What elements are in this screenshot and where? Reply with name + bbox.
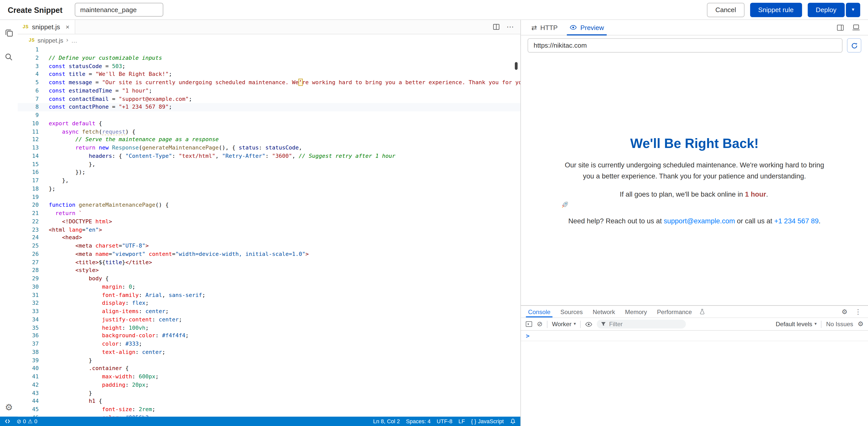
code-line-9[interactable]: 9 xyxy=(18,111,520,119)
code-line-39[interactable]: 39 } xyxy=(18,357,520,365)
line-number: 10 xyxy=(18,119,39,127)
code-line-26[interactable]: 26 <meta name="viewport" content="width=… xyxy=(18,250,520,258)
console-sidebar-icon[interactable] xyxy=(525,321,533,327)
more-actions-icon[interactable]: ⋯ xyxy=(506,23,514,31)
code-line-44[interactable]: 44 h1 { xyxy=(18,397,520,405)
devtools-tab-network[interactable]: Network xyxy=(588,306,620,317)
code-line-18[interactable]: 18}; xyxy=(18,185,520,193)
line-number: 16 xyxy=(18,169,39,177)
code-line-45[interactable]: 45 font-size: 2rem; xyxy=(18,405,520,414)
code-line-40[interactable]: 40 .container { xyxy=(18,365,520,373)
panel-layout-icon[interactable] xyxy=(837,24,844,31)
clear-console-icon[interactable]: ⊘ xyxy=(537,320,542,328)
devtools-settings-icon[interactable]: ⚙ xyxy=(842,308,847,316)
code-line-17[interactable]: 17 }, xyxy=(18,177,520,185)
devtools-tab-memory[interactable]: Memory xyxy=(620,306,652,317)
code-line-22[interactable]: 22 <!DOCTYPE html> xyxy=(18,218,520,226)
search-icon[interactable] xyxy=(4,52,14,62)
live-expression-eye-icon[interactable] xyxy=(585,320,593,328)
devtools-more-icon[interactable]: ⋮ xyxy=(855,308,861,316)
cursor-position[interactable]: Ln 8, Col 2 xyxy=(373,418,400,424)
code-line-3[interactable]: 3const statusCode = 503; xyxy=(18,62,520,70)
line-number: 26 xyxy=(18,250,39,258)
eol-sequence[interactable]: LF xyxy=(459,418,465,424)
snippet-rule-button[interactable]: Snippet rule xyxy=(750,2,802,17)
code-editor[interactable]: 12// Define your customizable inputs3con… xyxy=(18,46,520,417)
notifications-bell-icon[interactable] xyxy=(510,418,516,424)
code-line-27[interactable]: 27 <title>${title}</title> xyxy=(18,258,520,266)
code-line-46[interactable]: 46 color: #0056b3; xyxy=(18,414,520,417)
console-filter-input[interactable]: Filter xyxy=(597,320,686,329)
remote-indicator-icon[interactable] xyxy=(4,418,10,424)
snippets-icon[interactable] xyxy=(4,28,14,38)
maintenance-page: We'll Be Right Back! Our site is current… xyxy=(561,136,828,234)
support-email-link[interactable]: support@example.com xyxy=(664,217,735,225)
settings-gear-icon[interactable]: ⚙ xyxy=(4,402,14,413)
code-line-42[interactable]: 42 padding: 20px; xyxy=(18,381,520,389)
code-line-25[interactable]: 25 <meta charset="UTF-8"> xyxy=(18,242,520,250)
code-line-23[interactable]: 23<html lang="en"> xyxy=(18,226,520,234)
code-line-8[interactable]: 8const contactPhone = "+1 234 567 89"; xyxy=(18,103,520,111)
snippet-name-input[interactable] xyxy=(74,3,163,17)
code-line-24[interactable]: 24 <head> xyxy=(18,234,520,242)
code-line-38[interactable]: 38 text-align: center; xyxy=(18,348,520,357)
cancel-button[interactable]: Cancel xyxy=(707,2,744,17)
issues-counter[interactable]: No Issues xyxy=(826,321,854,327)
log-levels-selector[interactable]: Default levels ▾ xyxy=(776,321,817,327)
indentation[interactable]: Spaces: 4 xyxy=(406,418,431,424)
code-line-33[interactable]: 33 align-items: center; xyxy=(18,308,520,316)
code-line-4[interactable]: 4const title = "We'll Be Right Back!"; xyxy=(18,70,520,79)
code-line-10[interactable]: 10export default { xyxy=(18,119,520,127)
breadcrumb[interactable]: JS snippet.js › … xyxy=(18,34,520,46)
phone-link[interactable]: +1 234 567 89 xyxy=(774,217,818,225)
code-line-1[interactable]: 1 xyxy=(18,46,520,54)
code-line-14[interactable]: 14 headers: { "Content-Type": "text/html… xyxy=(18,152,520,160)
code-line-29[interactable]: 29 body { xyxy=(18,275,520,283)
line-number: 9 xyxy=(18,111,39,119)
tab-preview[interactable]: Preview xyxy=(564,20,610,35)
console-settings-icon[interactable]: ⚙ xyxy=(858,320,864,328)
reload-button[interactable] xyxy=(847,38,861,53)
code-line-6[interactable]: 6const estimatedTime = "1 hour"; xyxy=(18,87,520,95)
devtools-tab-console[interactable]: Console xyxy=(523,306,555,317)
url-input[interactable]: https://nikitac.com xyxy=(527,38,842,53)
problems-indicator[interactable]: ⊘ 0 ⚠ 0 xyxy=(17,418,37,424)
code-line-20[interactable]: 20function generateMaintenancePage() { xyxy=(18,201,520,209)
language-mode[interactable]: { } JavaScript xyxy=(471,418,504,424)
code-line-19[interactable]: 19 xyxy=(18,193,520,201)
js-context-selector[interactable]: Worker ▾ xyxy=(552,321,576,327)
editor-scrollbar-thumb[interactable] xyxy=(515,62,518,70)
console-output[interactable]: > xyxy=(521,331,868,426)
code-line-41[interactable]: 41 max-width: 600px; xyxy=(18,373,520,381)
code-line-15[interactable]: 15 }, xyxy=(18,160,520,168)
code-line-7[interactable]: 7const contactEmail = "support@example.c… xyxy=(18,95,520,103)
tab-http[interactable]: ⇄ HTTP xyxy=(525,20,564,35)
close-tab-icon[interactable]: × xyxy=(65,23,69,31)
code-line-21[interactable]: 21 return ` xyxy=(18,209,520,218)
chevron-down-icon: ▾ xyxy=(852,7,855,12)
code-line-13[interactable]: 13 return new Response(generateMaintenan… xyxy=(18,144,520,152)
code-line-5[interactable]: 5const message = "Our site is currently … xyxy=(18,79,520,87)
encoding[interactable]: UTF-8 xyxy=(437,418,453,424)
devtools-tab-sources[interactable]: Sources xyxy=(555,306,588,317)
code-line-30[interactable]: 30 margin: 0; xyxy=(18,283,520,291)
code-line-31[interactable]: 31 font-family: Arial, sans-serif; xyxy=(18,291,520,299)
code-line-37[interactable]: 37 color: #333; xyxy=(18,340,520,348)
code-line-36[interactable]: 36 background-color: #f4f4f4; xyxy=(18,332,520,340)
code-line-2[interactable]: 2// Define your customizable inputs xyxy=(18,54,520,62)
device-preview-icon[interactable] xyxy=(852,24,860,31)
code-line-32[interactable]: 32 display: flex; xyxy=(18,299,520,307)
devtools-tab-performance[interactable]: Performance xyxy=(652,306,697,317)
console-prompt-row[interactable]: > xyxy=(521,331,868,341)
tab-snippet-js[interactable]: JS snippet.js × xyxy=(18,20,75,34)
code-line-16[interactable]: 16 }); xyxy=(18,169,520,177)
code-line-28[interactable]: 28 <style> xyxy=(18,267,520,275)
split-editor-icon[interactable] xyxy=(493,23,500,30)
deploy-button[interactable]: Deploy xyxy=(808,2,845,17)
deploy-dropdown-button[interactable]: ▾ xyxy=(846,2,860,17)
code-line-34[interactable]: 34 justify-content: center; xyxy=(18,316,520,324)
code-line-35[interactable]: 35 height: 100vh; xyxy=(18,324,520,332)
code-line-43[interactable]: 43 } xyxy=(18,389,520,397)
code-line-12[interactable]: 12 // Serve the maintenance page as a re… xyxy=(18,136,520,144)
code-line-11[interactable]: 11 async fetch(request) { xyxy=(18,128,520,136)
